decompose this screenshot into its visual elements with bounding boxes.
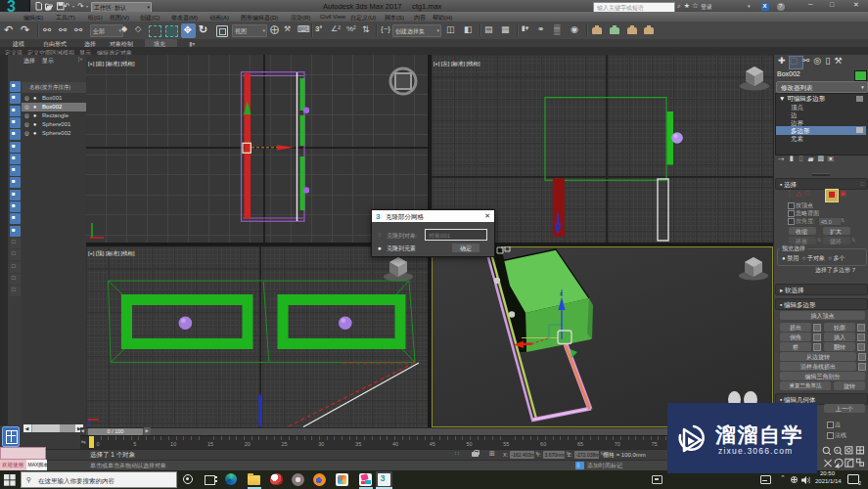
svg-text:+: + bbox=[836, 448, 839, 453]
